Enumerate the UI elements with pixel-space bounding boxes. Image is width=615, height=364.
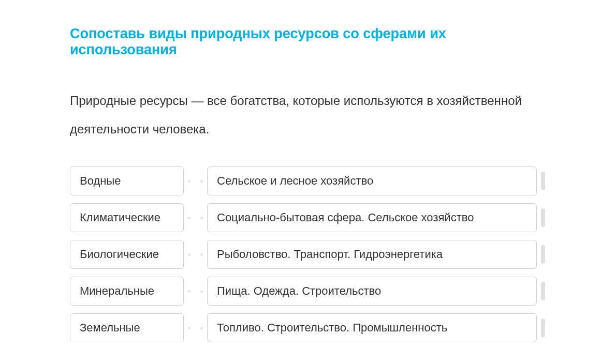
drag-handle-icon[interactable] [541,282,545,300]
matching-pairs-container: Водные Сельское и лесное хозяйство Клима… [70,166,545,342]
usage-sphere-item[interactable]: Топливо. Строительство. Промышленность [207,313,537,342]
connector-icon [184,291,207,292]
usage-sphere-item[interactable]: Рыболовство. Транспорт. Гидроэнергетика [207,240,537,269]
drag-handle-icon[interactable] [541,318,545,337]
usage-sphere-item[interactable]: Сельское и лесное хозяйство [207,166,537,195]
exercise-description: Природные ресурсы — все богатства, котор… [70,86,545,143]
pair-row: Биологические Рыболовство. Транспорт. Ги… [70,240,545,269]
connector-icon [184,217,207,218]
resource-type-item[interactable]: Водные [70,166,184,195]
drag-handle-icon[interactable] [541,245,545,264]
resource-type-item[interactable]: Климатические [70,203,184,232]
pair-row: Земельные Топливо. Строительство. Промыш… [70,313,545,342]
drag-handle-icon[interactable] [541,172,545,190]
resource-type-item[interactable]: Земельные [70,313,184,342]
usage-sphere-item[interactable]: Пища. Одежда. Строительство [207,277,537,306]
pair-row: Минеральные Пища. Одежда. Строительство [70,277,545,306]
connector-icon [184,327,207,328]
resource-type-item[interactable]: Биологические [70,240,184,269]
usage-sphere-item[interactable]: Социально-бытовая сфера. Сельское хозяйс… [207,203,537,232]
connector-icon [184,254,207,255]
drag-handle-icon[interactable] [541,208,545,227]
pair-row: Водные Сельское и лесное хозяйство [70,166,545,195]
connector-icon [184,180,207,181]
exercise-title: Сопоставь виды природных ресурсов со сфе… [70,26,545,58]
pair-row: Климатические Социально-бытовая сфера. С… [70,203,545,232]
resource-type-item[interactable]: Минеральные [70,277,184,306]
